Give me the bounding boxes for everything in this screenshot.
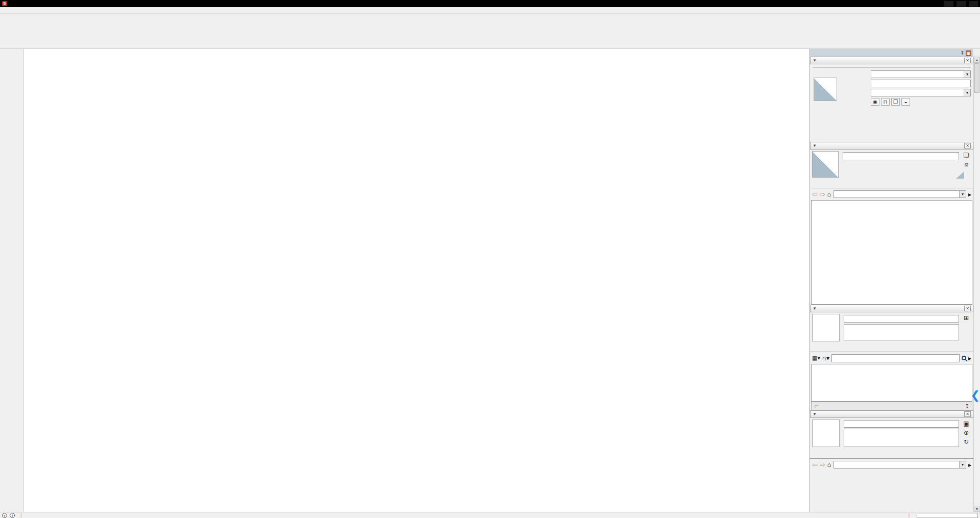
style-description-field[interactable] (844, 429, 959, 447)
back-arrow-icon[interactable]: ⇦ (812, 461, 818, 468)
add-component-icon[interactable]: ⊞ (964, 314, 969, 322)
in-model-home-icon[interactable]: ⌂ (827, 190, 831, 198)
measurements-input[interactable] (917, 513, 978, 518)
materials-body: ❏ ⧈ (810, 150, 973, 179)
maximize-button[interactable] (957, 1, 966, 7)
collapse-arrow-icon[interactable]: ▼ (813, 58, 817, 63)
materials-collection-select[interactable]: ▾ (834, 190, 966, 198)
entity-info-close-icon[interactable]: ✕ (964, 58, 971, 63)
components-tabs (810, 343, 973, 352)
material-preview-thumbnail[interactable] (812, 151, 839, 178)
tray-collapse-chevron-icon[interactable]: ❮ (971, 390, 980, 401)
style-preview-thumbnail[interactable] (812, 420, 840, 447)
materials-list[interactable] (811, 200, 972, 305)
tray-pin-icon[interactable]: ↧ (960, 51, 964, 56)
collapse-arrow-icon[interactable]: ▼ (813, 306, 817, 311)
previous-collection-icon[interactable]: ⇦ (814, 402, 820, 410)
styles-thumbnail-grid (810, 471, 973, 473)
info-icon[interactable]: i (10, 513, 15, 518)
menu-bar (0, 7, 980, 14)
tray-close-icon[interactable]: ▣ (966, 51, 971, 56)
viewport-canvas[interactable] (24, 49, 810, 512)
entity-info-body: ▾ ▾ (810, 64, 973, 142)
status-bar: • i | | (0, 512, 980, 518)
refresh-style-icon[interactable]: ↻ (964, 438, 969, 446)
components-header[interactable]: ▼ ✕ (810, 305, 973, 312)
details-arrow-icon[interactable]: ▸ (968, 461, 971, 468)
paint-bucket-small-icon[interactable]: ⧈ (964, 161, 968, 168)
status-separator: | (20, 512, 22, 518)
material-name-field[interactable] (843, 152, 959, 160)
secondary-pane-icon[interactable]: ❏ (964, 152, 969, 159)
in-model-styles-icon[interactable]: ⌂ (827, 461, 831, 468)
components-close-icon[interactable]: ✕ (964, 306, 971, 311)
chevron-down-icon[interactable]: ▾ (959, 191, 966, 198)
component-description-field[interactable] (844, 324, 959, 340)
cast-shadows-toggle-icon[interactable]: ❐ (891, 98, 900, 106)
chevron-down-icon[interactable]: ▾ (959, 461, 966, 468)
type-select[interactable]: ▾ (871, 89, 971, 96)
materials-close-icon[interactable]: ✕ (964, 143, 971, 149)
layer-select[interactable]: ▾ (871, 70, 971, 78)
minimize-button[interactable] (944, 1, 953, 7)
large-tool-set (0, 49, 24, 512)
materials-nav: ⇦ ⇨ ⌂ ▾ ▸ (810, 188, 973, 200)
details-arrow-icon[interactable]: ▸ (968, 355, 971, 362)
search-icon[interactable] (962, 356, 966, 360)
styles-close-icon[interactable]: ✕ (964, 411, 971, 417)
measurements-separator: | (908, 512, 910, 518)
components-body: ⊞ (810, 312, 973, 343)
scroll-down-icon[interactable]: ▼ (974, 506, 980, 512)
styles-body: ▣ ⊕ ↻ (810, 418, 973, 450)
chevron-down-icon[interactable]: ▾ (964, 71, 970, 78)
styles-header[interactable]: ▼ ✕ (810, 410, 973, 418)
warehouse-search-input[interactable] (831, 354, 960, 362)
back-arrow-icon[interactable]: ⇦ (812, 190, 818, 198)
forward-arrow-icon[interactable]: ⇨ (820, 190, 825, 198)
geolocation-icon[interactable]: • (2, 513, 7, 518)
styles-nav: ⇦ ⇨ ⌂ ▾ ▸ (810, 459, 973, 471)
receive-shadows-toggle-icon[interactable]: ◒ (901, 98, 910, 106)
tray-scrollbar[interactable]: ▲ ▼ (973, 57, 980, 512)
display-pane-icon[interactable]: ▣ (963, 420, 969, 427)
styles-collection-select[interactable]: ▾ (834, 461, 966, 468)
forward-arrow-icon[interactable]: ⇨ (820, 461, 825, 468)
style-name-field[interactable] (844, 420, 959, 428)
collapse-arrow-icon[interactable]: ▼ (813, 412, 817, 416)
sample-paint-corner-icon (956, 171, 964, 179)
component-preview-thumbnail[interactable] (812, 314, 840, 341)
toolbar-plugins-views (0, 37, 980, 49)
styles-tabs (810, 450, 973, 459)
scroll-up-icon[interactable]: ▲ (974, 57, 980, 63)
locked-toggle-icon[interactable]: ⊓ (881, 98, 890, 106)
window-titlebar: S (0, 0, 980, 7)
entity-material-thumbnail[interactable] (814, 78, 837, 101)
chevron-down-icon[interactable]: ▾ (964, 89, 970, 96)
in-model-components-icon[interactable]: ⌂▾ (822, 354, 829, 362)
footer-pin-icon[interactable]: ↧ (965, 403, 969, 409)
toolbar-camera-draw (0, 26, 980, 37)
entity-info-header[interactable]: ▼ ✕ (810, 57, 973, 64)
default-tray: ↧ ▣ ▼ ✕ ▾ (810, 49, 980, 512)
materials-header[interactable]: ▼ ✕ (810, 142, 973, 150)
toolbar-standard (0, 14, 980, 26)
scrollbar-thumb[interactable] (974, 63, 979, 93)
style-link-icon[interactable]: ⊕ (964, 429, 969, 436)
view-options-icon[interactable]: ▦▾ (812, 355, 820, 361)
details-arrow-icon[interactable]: ▸ (968, 191, 971, 198)
tray-titlebar[interactable]: ↧ ▣ (810, 49, 973, 57)
entity-group-label (813, 66, 971, 68)
collapse-arrow-icon[interactable]: ▼ (813, 143, 817, 148)
viewport-3d[interactable] (24, 49, 810, 512)
components-nav: ▦▾ ⌂▾ ▸ (810, 352, 973, 364)
components-footer: ⇦ ↧ (811, 402, 972, 410)
materials-tabs (810, 179, 973, 188)
instance-input[interactable] (871, 80, 971, 87)
hidden-toggle-icon[interactable]: ◉ (871, 98, 879, 106)
sketchup-logo-icon: S (2, 1, 7, 6)
close-button[interactable] (969, 1, 978, 7)
component-name-field[interactable] (844, 315, 959, 323)
components-results-list[interactable] (811, 364, 972, 402)
